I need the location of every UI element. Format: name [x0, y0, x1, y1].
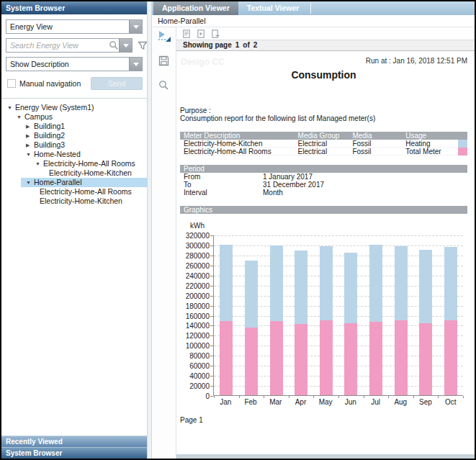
x-tick-mark	[214, 396, 215, 398]
bar-segment-heating	[395, 246, 408, 320]
y-tick-mark	[210, 306, 213, 307]
document-icon[interactable]	[183, 30, 190, 38]
paging-current: 1	[235, 41, 240, 49]
tree-item-building3[interactable]: ▶Building3	[1, 140, 147, 150]
chart-plot	[213, 235, 463, 396]
system-browser-bar[interactable]: System Browser	[1, 447, 147, 459]
period-row: IntervalMonth	[180, 189, 467, 197]
col-usage: Usage	[405, 132, 467, 140]
tab-application-viewer[interactable]: Application Viewer	[153, 1, 238, 15]
table-row: Electricity-Home-KitchenElectricalFossil…	[180, 140, 467, 148]
chevron-collapsed-icon[interactable]: ▶	[26, 122, 34, 131]
tree-item-energy-view-system1-[interactable]: ▼Energy View (System1)	[1, 103, 147, 112]
description-mode-dropdown[interactable]: Show Description	[6, 57, 143, 71]
bar-feb[interactable]	[245, 261, 258, 395]
y-tick-label: 0	[205, 393, 210, 400]
tree-item-label: Electricity-Home-All Rooms	[43, 159, 135, 168]
browser-controls: Energy View	[1, 14, 147, 96]
send-button[interactable]: Send	[91, 77, 143, 90]
table-cell: Electrical	[298, 148, 353, 155]
y-tick-mark	[210, 386, 213, 387]
search-icon	[109, 40, 119, 50]
chevron-expanded-icon[interactable]: ▼	[26, 178, 34, 187]
search-chevron-down-icon[interactable]	[119, 39, 132, 52]
bar-segment-total-meter	[344, 323, 357, 395]
purpose-text: Consumption report for the following lis…	[180, 114, 467, 122]
bar-aug[interactable]	[395, 246, 408, 395]
tree-item-label: Home-Parallel	[34, 178, 82, 187]
panel-splitter[interactable]	[147, 1, 152, 459]
bar-segment-total-meter	[444, 320, 457, 395]
document-play-icon[interactable]	[197, 30, 205, 38]
y-tick-label: 300000	[186, 243, 210, 250]
tree-item-electricity-home-all-rooms[interactable]: Electricity-Home-All Rooms	[1, 187, 147, 197]
recently-viewed-bar[interactable]: Recently Viewed	[1, 436, 147, 447]
chevron-collapsed-icon[interactable]: ▶	[26, 140, 34, 150]
chevron-collapsed-icon[interactable]: ▶	[26, 131, 34, 140]
x-tick-mark	[239, 396, 240, 398]
tree-item-electricity-home-kitchen[interactable]: Electricity-Home-Kitchen	[1, 197, 147, 206]
bar-oct[interactable]	[444, 247, 457, 395]
bar-jun[interactable]	[344, 253, 357, 395]
tree-item-home-nested[interactable]: ▼Home-Nested	[1, 150, 147, 159]
meter-table-header: Meter Description Media Group Media Usag…	[180, 132, 467, 140]
period-key: From	[180, 173, 263, 181]
panel-title: System Browser	[6, 4, 65, 12]
bar-may[interactable]	[320, 246, 333, 395]
search-input[interactable]	[6, 41, 109, 50]
chevron-expanded-icon[interactable]: ▼	[17, 112, 24, 122]
period-section: Period From1 January 2017To31 December 2…	[180, 165, 467, 197]
tree-item-building2[interactable]: ▶Building2	[1, 131, 147, 140]
period-row: To31 December 2017	[180, 181, 467, 189]
save-report-icon[interactable]	[158, 55, 169, 66]
bar-sep[interactable]	[419, 250, 432, 395]
bar-segment-heating	[344, 253, 357, 323]
tree-item-home-parallel[interactable]: ▼Home-Parallel	[1, 178, 147, 187]
tree-item-label: Electricity-Home-Kitchen	[49, 168, 132, 178]
chevron-down-icon[interactable]	[129, 20, 142, 33]
chevron-down-icon[interactable]	[129, 58, 142, 71]
chevron-expanded-icon[interactable]: ▼	[35, 159, 43, 168]
bar-jul[interactable]	[369, 245, 382, 395]
description-mode-value: Show Description	[6, 60, 129, 68]
tab-textual-viewer[interactable]: Textual Viewer	[238, 1, 310, 15]
bar-segment-total-meter	[245, 328, 258, 395]
zoom-icon[interactable]	[158, 80, 169, 91]
report-title: Consumption	[180, 69, 467, 81]
paging-status: Showing page1of2	[176, 40, 475, 51]
table-row: Electricity-Home-All RoomsElectricalFoss…	[180, 148, 467, 155]
bar-jan[interactable]	[220, 245, 233, 395]
chevron-expanded-icon[interactable]: ▼	[7, 103, 15, 112]
tree-item-label: Home-Nested	[34, 150, 81, 159]
y-tick-mark	[210, 325, 213, 326]
app-window: System Browser Energy View	[0, 0, 476, 460]
bar-segment-heating	[419, 250, 432, 323]
search-field[interactable]	[6, 38, 133, 53]
run-report-icon[interactable]	[158, 31, 171, 42]
y-tick-label: 280000	[186, 253, 210, 260]
y-tick-mark	[210, 286, 213, 287]
period-row: From1 January 2017	[180, 173, 467, 181]
y-tick-mark	[210, 346, 213, 346]
y-tick-mark	[210, 276, 213, 276]
tree-item-building1[interactable]: ▶Building1	[1, 122, 147, 131]
tree-item-campus[interactable]: ▼Campus	[1, 112, 147, 122]
tree-item-electricity-home-all-rooms[interactable]: ▼Electricity-Home-All Rooms	[1, 159, 147, 168]
y-tick-label: 180000	[186, 303, 210, 310]
y-tick-label: 100000	[186, 343, 210, 350]
bar-mar[interactable]	[270, 245, 283, 395]
period-value: 1 January 2017	[263, 173, 313, 181]
bar-apr[interactable]	[295, 251, 307, 395]
tree-item-label: Electricity-Home-All Rooms	[40, 187, 132, 197]
y-tick-label: 40000	[189, 373, 210, 380]
tree-item-electricity-home-kitchen[interactable]: Electricity-Home-Kitchen	[1, 168, 147, 178]
manual-navigation-checkbox[interactable]	[7, 79, 16, 88]
y-tick-mark	[210, 376, 213, 376]
document-export-icon[interactable]	[212, 30, 220, 38]
chart-unit-label: kWh	[190, 222, 467, 230]
chevron-expanded-icon[interactable]: ▼	[26, 150, 34, 159]
filter-icon[interactable]	[138, 41, 148, 50]
col-meter-description: Meter Description	[180, 132, 298, 140]
bar-segment-total-meter	[270, 321, 283, 395]
view-selector-dropdown[interactable]: Energy View	[6, 19, 143, 34]
